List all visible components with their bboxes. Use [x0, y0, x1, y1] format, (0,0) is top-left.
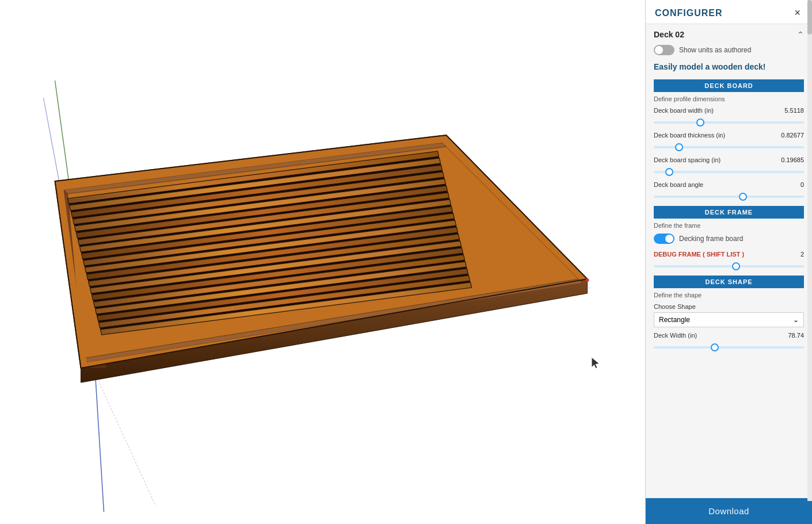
panel-scrollbar[interactable] — [807, 0, 812, 501]
deck-width-slider[interactable] — [654, 346, 804, 349]
panel-title: CONFIGURER — [655, 8, 723, 18]
deck-width-value: 78.74 — [788, 332, 804, 339]
deck-board-angle-label: Deck board angle — [654, 181, 703, 188]
dropdown-chevron-icon: ⌄ — [793, 316, 799, 324]
deck-board-header: DECK BOARD — [654, 79, 804, 92]
download-area: Download — [646, 498, 812, 524]
debug-frame-label: DEBUG FRAME ( SHIFT LIST ) — [654, 251, 744, 258]
deck-board-angle-slider[interactable] — [654, 196, 804, 198]
download-button[interactable]: Download — [646, 498, 812, 524]
decking-frame-row: Decking frame board — [654, 234, 804, 244]
show-units-row: Show units as authored — [654, 45, 804, 55]
deck-board-spacing-value: 0.19685 — [781, 156, 804, 163]
frame-board-toggle[interactable] — [654, 234, 674, 244]
show-units-label: Show units as authored — [679, 46, 751, 54]
frame-board-label: Decking frame board — [679, 235, 743, 243]
scrollbar-thumb[interactable] — [807, 0, 812, 35]
debug-frame-param: DEBUG FRAME ( SHIFT LIST ) 2 — [654, 251, 804, 270]
deck-board-spacing-label: Deck board spacing (in) — [654, 156, 720, 163]
panel-scroll-area[interactable]: Deck 02 ⌃ Show units as authored Easily … — [646, 24, 812, 498]
svg-point-56 — [586, 278, 589, 282]
show-units-toggle[interactable] — [654, 45, 674, 55]
chevron-up-icon[interactable]: ⌃ — [797, 30, 804, 39]
deck-name: Deck 02 — [654, 30, 684, 39]
deck-board-width-slider[interactable] — [654, 121, 804, 124]
deck-board-spacing-param: Deck board spacing (in) 0.19685 — [654, 156, 804, 175]
deck-board-spacing-slider[interactable] — [654, 171, 804, 173]
debug-frame-slider[interactable] — [654, 265, 804, 267]
deck-board-thickness-slider[interactable] — [654, 146, 804, 148]
3d-viewport — [0, 0, 645, 524]
deck-shape-sublabel: Define the shape — [654, 292, 804, 299]
deck-frame-header: DECK FRAME — [654, 206, 804, 219]
deck-frame-sublabel: Define the frame — [654, 222, 804, 229]
panel-header: CONFIGURER × — [646, 0, 812, 24]
deck-board-thickness-value: 0.82677 — [781, 132, 804, 139]
tagline: Easily model a wooden deck! — [654, 62, 804, 71]
deck-board-sublabel: Define profile dimensions — [654, 95, 804, 102]
deck-board-width-label: Deck board width (in) — [654, 107, 714, 114]
deck-shape-header: DECK SHAPE — [654, 276, 804, 288]
deck-board-width-value: 5.5118 — [784, 107, 804, 114]
debug-frame-value: 2 — [800, 251, 804, 258]
deck-board-angle-param: Deck board angle 0 — [654, 181, 804, 200]
deck-board-angle-value: 0 — [800, 181, 804, 188]
deck-board-thickness-param: Deck board thickness (in) 0.82677 — [654, 132, 804, 151]
deck-board-thickness-label: Deck board thickness (in) — [654, 132, 725, 139]
configurer-panel: CONFIGURER × Deck 02 ⌃ Show units as aut… — [645, 0, 812, 524]
deck-name-row: Deck 02 ⌃ — [654, 30, 804, 39]
deck-board-width-param: Deck board width (in) 5.5118 — [654, 107, 804, 126]
deck-width-param: Deck Width (in) 78.74 — [654, 332, 804, 351]
deck-width-label: Deck Width (in) — [654, 332, 697, 339]
close-button[interactable]: × — [792, 7, 803, 19]
shape-dropdown[interactable]: Rectangle ⌄ — [654, 312, 804, 327]
choose-shape-label: Choose Shape — [654, 303, 804, 310]
shape-selected-value: Rectangle — [659, 316, 690, 324]
